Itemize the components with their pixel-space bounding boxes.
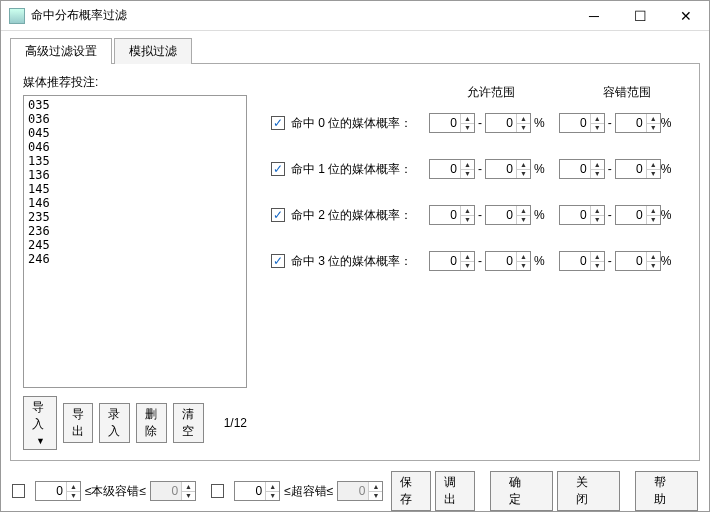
spin-down-icon[interactable]: ▼	[461, 124, 474, 133]
row-checkbox[interactable]	[271, 208, 285, 222]
app-icon	[9, 8, 25, 24]
spin-up-icon[interactable]: ▲	[67, 482, 80, 492]
allow-max[interactable]: ▲▼	[485, 251, 531, 271]
spin-up-icon[interactable]: ▲	[517, 252, 530, 262]
over-fault-min[interactable]: ▲▼	[234, 481, 280, 501]
media-list-label: 媒体推荐投注:	[23, 74, 247, 91]
spin-down-icon[interactable]: ▼	[647, 216, 660, 225]
maximize-button[interactable]: ☐	[617, 1, 663, 30]
fault-max[interactable]: ▲▼	[615, 205, 661, 225]
level-fault-checkbox[interactable]	[12, 484, 25, 498]
allow-min[interactable]: ▲▼	[429, 205, 475, 225]
spin-down-icon[interactable]: ▼	[461, 216, 474, 225]
over-fault-max[interactable]: ▲▼	[337, 481, 383, 501]
tab-0[interactable]: 高级过滤设置	[10, 38, 112, 64]
spin-up-icon[interactable]: ▲	[591, 160, 604, 170]
ok-button[interactable]: 确 定	[490, 471, 553, 511]
spin-up-icon[interactable]: ▲	[647, 160, 660, 170]
spin-down-icon[interactable]: ▼	[591, 170, 604, 179]
allow-min[interactable]: ▲▼	[429, 159, 475, 179]
spin-up-icon[interactable]: ▲	[517, 206, 530, 216]
allow-min[interactable]: ▲▼	[429, 251, 475, 271]
fault-max[interactable]: ▲▼	[615, 113, 661, 133]
over-fault-checkbox[interactable]	[211, 484, 224, 498]
allow-max[interactable]: ▲▼	[485, 159, 531, 179]
spin-up-icon[interactable]: ▲	[647, 252, 660, 262]
list-item[interactable]: 245	[28, 238, 242, 252]
list-item[interactable]: 236	[28, 224, 242, 238]
list-item[interactable]: 145	[28, 182, 242, 196]
spin-down-icon[interactable]: ▼	[517, 124, 530, 133]
import-button[interactable]: 导入▼	[23, 396, 57, 450]
spin-down-icon[interactable]: ▼	[647, 124, 660, 133]
level-fault-max[interactable]: ▲▼	[150, 481, 196, 501]
level-fault-text: ≤本级容错≤	[85, 483, 146, 500]
row-checkbox[interactable]	[271, 116, 285, 130]
allow-range-header: 允许范围	[431, 84, 551, 101]
spin-up-icon[interactable]: ▲	[591, 252, 604, 262]
spin-down-icon[interactable]: ▼	[182, 492, 195, 501]
fault-max[interactable]: ▲▼	[615, 159, 661, 179]
delete-button[interactable]: 删除	[136, 403, 167, 443]
spin-down-icon[interactable]: ▼	[517, 170, 530, 179]
fault-min[interactable]: ▲▼	[559, 251, 605, 271]
export-button[interactable]: 导出	[63, 403, 94, 443]
spin-down-icon[interactable]: ▼	[67, 492, 80, 501]
spin-up-icon[interactable]: ▲	[591, 206, 604, 216]
spin-up-icon[interactable]: ▲	[517, 114, 530, 124]
spin-down-icon[interactable]: ▼	[266, 492, 279, 501]
list-item[interactable]: 045	[28, 126, 242, 140]
spin-down-icon[interactable]: ▼	[461, 262, 474, 271]
spin-down-icon[interactable]: ▼	[591, 262, 604, 271]
spin-down-icon[interactable]: ▼	[369, 492, 382, 501]
spin-up-icon[interactable]: ▲	[461, 160, 474, 170]
fault-min[interactable]: ▲▼	[559, 205, 605, 225]
spin-up-icon[interactable]: ▲	[647, 114, 660, 124]
spin-up-icon[interactable]: ▲	[461, 252, 474, 262]
minimize-button[interactable]: ─	[571, 1, 617, 30]
close-dialog-button[interactable]: 关 闭	[557, 471, 620, 511]
list-item[interactable]: 246	[28, 252, 242, 266]
spin-up-icon[interactable]: ▲	[369, 482, 382, 492]
spin-up-icon[interactable]: ▲	[266, 482, 279, 492]
allow-max[interactable]: ▲▼	[485, 205, 531, 225]
allow-max[interactable]: ▲▼	[485, 113, 531, 133]
list-item[interactable]: 146	[28, 196, 242, 210]
spin-up-icon[interactable]: ▲	[182, 482, 195, 492]
spin-down-icon[interactable]: ▼	[591, 124, 604, 133]
tab-1[interactable]: 模拟过滤	[114, 38, 192, 64]
spin-down-icon[interactable]: ▼	[591, 216, 604, 225]
list-item[interactable]: 136	[28, 168, 242, 182]
spin-up-icon[interactable]: ▲	[461, 114, 474, 124]
save-button[interactable]: 保存	[391, 471, 431, 511]
close-button[interactable]: ✕	[663, 1, 709, 30]
spin-down-icon[interactable]: ▼	[647, 262, 660, 271]
spin-down-icon[interactable]: ▼	[517, 262, 530, 271]
clear-button[interactable]: 清空	[173, 403, 204, 443]
row-checkbox[interactable]	[271, 162, 285, 176]
list-item[interactable]: 235	[28, 210, 242, 224]
spin-up-icon[interactable]: ▲	[461, 206, 474, 216]
allow-min[interactable]: ▲▼	[429, 113, 475, 133]
level-fault-min[interactable]: ▲▼	[35, 481, 81, 501]
list-item[interactable]: 135	[28, 154, 242, 168]
spin-down-icon[interactable]: ▼	[517, 216, 530, 225]
spin-down-icon[interactable]: ▼	[461, 170, 474, 179]
list-item[interactable]: 035	[28, 98, 242, 112]
list-item[interactable]: 036	[28, 112, 242, 126]
spin-up-icon[interactable]: ▲	[517, 160, 530, 170]
spin-down-icon[interactable]: ▼	[647, 170, 660, 179]
row-checkbox[interactable]	[271, 254, 285, 268]
help-button[interactable]: 帮 助	[635, 471, 698, 511]
prob-row-3: 命中 3 位的媒体概率：▲▼-▲▼%▲▼-▲▼%	[271, 251, 687, 271]
spin-up-icon[interactable]: ▲	[591, 114, 604, 124]
record-button[interactable]: 录入	[99, 403, 130, 443]
list-item[interactable]: 046	[28, 140, 242, 154]
fault-min[interactable]: ▲▼	[559, 113, 605, 133]
load-button[interactable]: 调出	[435, 471, 475, 511]
fault-max[interactable]: ▲▼	[615, 251, 661, 271]
spin-up-icon[interactable]: ▲	[647, 206, 660, 216]
fault-min[interactable]: ▲▼	[559, 159, 605, 179]
media-list[interactable]: 035036045046135136145146235236245246	[23, 95, 247, 388]
dropdown-caret-icon: ▼	[36, 436, 45, 446]
